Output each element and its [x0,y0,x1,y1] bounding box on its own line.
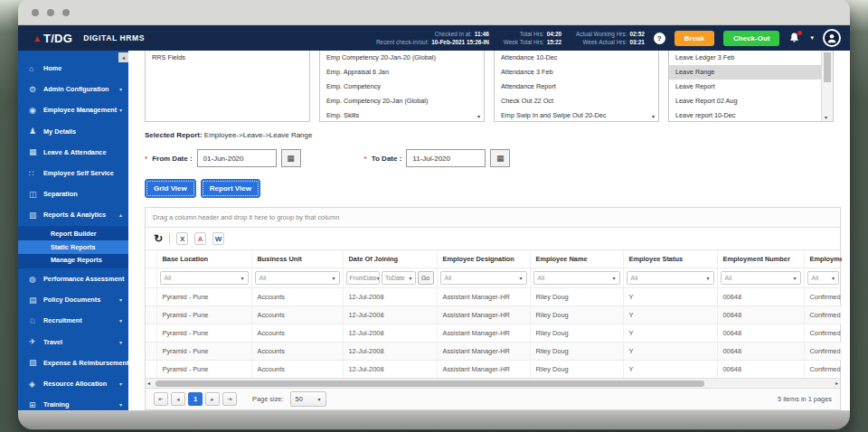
table-row[interactable]: Pyramid - PuneAccounts12-Jul-2008Assista… [146,343,842,361]
listbox-item[interactable]: Leave Report [669,80,821,94]
export-excel-icon[interactable]: X [176,232,188,245]
filter-select[interactable]: All▾ [533,271,620,285]
filter-select[interactable]: All▾ [627,271,714,285]
horizontal-scrollbar[interactable]: ◂ ▸ [146,378,840,388]
refresh-icon[interactable]: ↻ [154,233,163,244]
column-header-employment[interactable]: Employment [804,250,842,268]
sidebar-item-travel[interactable]: ✈Travel▾ [18,332,128,352]
next-page-button[interactable]: ▸ [205,392,220,406]
to-date-input[interactable] [406,149,486,167]
sidebar-item-separation[interactable]: ◫Separation [18,183,128,204]
listbox-item[interactable]: Emp. Skills [320,108,484,122]
stat-column: Checked In at:11:46Recent check-in/out:1… [376,31,489,45]
notifications-bell-icon[interactable] [788,32,801,44]
last-page-button[interactable]: ⇥ [222,392,237,406]
sidebar-item-resource-allocation[interactable]: ◈Resource Allocation▾ [18,373,128,394]
sidebar-item-reports-analytics[interactable]: ▥Reports & Analytics▴ [18,204,128,225]
sidebar-item-expense-reimbursement[interactable]: ▧Expense & Reimbursement▾ [18,352,128,373]
column-header-employee-name[interactable]: Employee Name [530,250,623,268]
chevron-down-icon[interactable]: ▾ [810,34,814,42]
listbox-item[interactable]: Leave report 10-Dec [669,108,821,122]
column-header-employment-number[interactable]: Employment Number [717,250,804,268]
group-by-bar[interactable]: Drag a column header and drop it here to… [146,208,840,228]
export-word-icon[interactable]: W [212,232,224,245]
table-cell: Confirmed [804,361,842,379]
listbox-item[interactable]: Emp Swip In and Swipe Out 20-Dec [495,108,658,122]
column-header-business-unit[interactable]: Business Unit [251,250,343,268]
export-pdf-icon[interactable]: A [194,232,206,245]
sidebar-item-recruitment[interactable]: ♘Recruitment▾ [18,310,128,331]
listbox-item[interactable]: Emp. Competency 20-Jan (Global) [320,94,484,108]
user-avatar[interactable] [823,29,841,47]
filter-select[interactable]: All▾ [807,271,840,285]
break-button[interactable]: Break [675,31,714,46]
prev-page-button[interactable]: ◂ [171,392,185,406]
brand-name[interactable]: T/DG [43,32,72,45]
sidebar-item-admin-configuration[interactable]: ⚙Admin Configuration▾ [18,79,128,99]
listbox-item[interactable]: Emp. Competency [320,80,484,94]
checkout-button[interactable]: Check-Out [723,31,779,46]
calendar-icon[interactable]: ▦ [490,149,510,167]
filter-select[interactable]: All▾ [255,271,340,285]
first-page-button[interactable]: ⇤ [154,392,168,406]
page-size-select[interactable]: 50 ▾ [290,391,326,407]
table-row[interactable]: Pyramid - PuneAccounts12-Jul-2008Assista… [146,361,842,379]
sidebar-item-leave-attendance[interactable]: ▦Leave & Attendance [18,142,128,163]
column-header-employee-designation[interactable]: Employee Designation [437,250,530,268]
sidebar-item-my-details[interactable]: ♟My Details [18,121,128,142]
listbox-item[interactable]: Attendance Report [495,80,658,94]
from-date-filter-select[interactable]: FromDate▾ [346,271,381,285]
sidebar-item-employee-management[interactable]: ◉Employee Management▾ [18,99,128,120]
scroll-down-icon[interactable]: ▾ [825,114,827,120]
filter-cell-base-location: All▾ [156,268,251,288]
table-row[interactable]: Pyramid - PuneAccounts12-Jul-2008Assista… [146,288,842,306]
column-header-date-of-joining[interactable]: Date Of Joining [343,250,437,268]
scrollbar-thumb[interactable] [824,52,831,82]
sidebar-item-performance-assessment[interactable]: ◍Performance Assessment [18,268,128,289]
listbox-item[interactable]: Emp. Appraisal 6 Jan [320,65,484,80]
listbox-item[interactable]: Leave Report 02 Aug [669,94,821,108]
listbox-item[interactable]: Check Out 22 Oct [495,94,658,108]
sidebar-item-policy-documents[interactable]: ▤Policy Documents▾ [18,289,128,310]
table-row[interactable]: Pyramid - PuneAccounts12-Jul-2008Assista… [146,324,842,343]
scroll-down-icon[interactable]: ▾ [652,113,655,119]
window-control-dot[interactable] [62,9,70,16]
scrollbar-thumb[interactable] [156,380,704,387]
grid-view-button[interactable]: Grid View [145,179,196,198]
listbox-item[interactable]: Leave Range [669,65,821,80]
column-header-employee-status[interactable]: Employee Status [623,250,717,268]
filter-select[interactable]: All▾ [440,271,527,285]
table-cell: Assistant Manager-HR [437,306,530,324]
sidebar-collapse-icon[interactable]: ◂ [118,52,128,62]
listbox-item[interactable]: RRS Fields [146,51,309,65]
sidebar-subitem-manage-reports[interactable]: Manage Reports [18,254,128,268]
listbox-item[interactable]: Leave Ledger 3 Feb [669,51,821,65]
vertical-scrollbar[interactable]: ▾ [821,51,833,121]
window-control-dot[interactable] [47,9,54,16]
sidebar-item-training[interactable]: ⊞Training▾ [18,394,128,410]
from-date-input[interactable] [197,149,277,167]
sidebar-item-employee-self-service[interactable]: ∷Employee Self Service [18,163,128,183]
listbox-item[interactable]: Attendance 10-Dec [495,51,658,65]
sidebar-item-label: Leave & Attendance [43,148,106,156]
listbox-item[interactable]: Attendance 3 Feb [495,65,658,80]
window-control-dot[interactable] [32,9,39,16]
listbox-item[interactable]: Emp Competency 20-Jan-20 (Global) [320,51,484,65]
report-view-button[interactable]: Report View [201,179,260,198]
filter-select[interactable]: All▾ [721,271,801,285]
scroll-right-icon[interactable]: ▸ [835,380,838,386]
sidebar-subitem-report-builder[interactable]: Report Builder [18,228,128,241]
go-button[interactable]: Go [418,271,434,285]
sidebar-item-home[interactable]: ⌂Home [18,58,128,79]
column-header-base-location[interactable]: Base Location [156,250,251,268]
scroll-left-icon[interactable]: ◂ [147,380,150,386]
table-row[interactable]: Pyramid - PuneAccounts12-Jul-2008Assista… [146,306,842,324]
scroll-down-icon[interactable]: ▾ [477,113,480,119]
calendar-icon[interactable]: ▦ [281,149,301,167]
sidebar-subitem-static-reports[interactable]: Static Reports [18,240,128,254]
to-date-filter-select[interactable]: ToDate▾ [382,271,416,285]
table-cell: Pyramid - Pune [156,324,251,343]
help-icon[interactable]: ? [654,33,665,44]
filter-select[interactable]: All▾ [160,271,249,285]
current-page-button[interactable]: 1 [188,392,203,406]
